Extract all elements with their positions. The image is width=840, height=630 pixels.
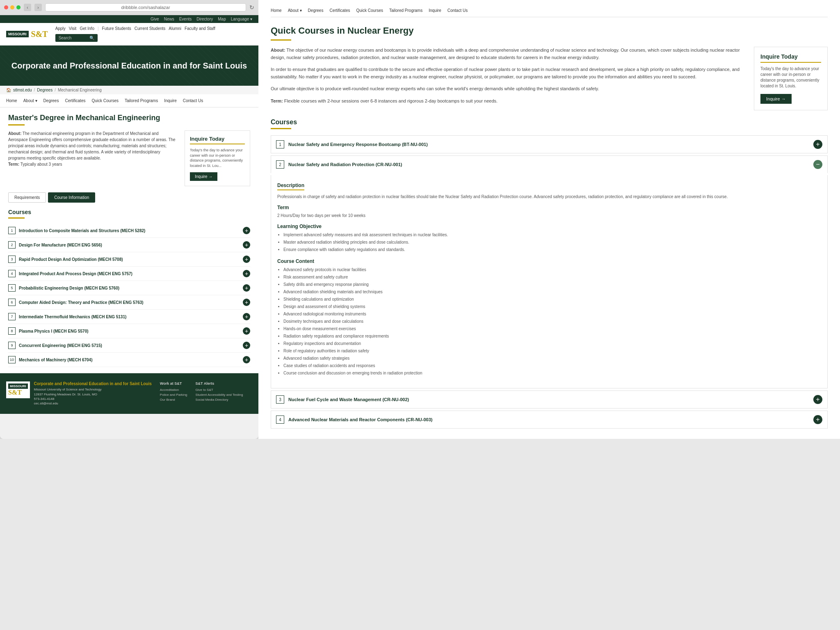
footer-accessibility-link[interactable]: Student Accessibility and Testing [196, 393, 243, 397]
course-expand-7[interactable]: + [243, 313, 250, 320]
breadcrumb-degrees[interactable]: Degrees [37, 88, 52, 92]
map-link[interactable]: Map [218, 17, 226, 21]
right-course-expand-3[interactable]: + [813, 395, 822, 404]
detail-learning-title: Learning Objective [277, 224, 821, 229]
course-expand-4[interactable]: + [243, 270, 250, 277]
right-course-expand-1[interactable]: + [813, 140, 822, 149]
subnav-about[interactable]: About ▾ [23, 98, 37, 103]
content-item: Design and assessment of shielding syste… [283, 303, 821, 310]
right-course-expand-2[interactable]: − [813, 160, 822, 169]
right-nav-home[interactable]: Home [271, 8, 282, 13]
content-item: Advanced safety protocols in nuclear fac… [283, 266, 821, 274]
subnav-degrees[interactable]: Degrees [43, 98, 59, 103]
detail-description-text: Professionals in charge of safety and ra… [277, 194, 821, 200]
right-course-num-1: 1 [276, 140, 284, 148]
nav-future-students[interactable]: Future Students [102, 26, 131, 31]
course-expand-9[interactable]: + [243, 342, 250, 349]
course-num-8: 8 [8, 327, 16, 335]
courses-underline [8, 217, 25, 219]
course-name-3: Rapid Product Design And Optimization (M… [19, 257, 243, 262]
right-course-item-3: 3 Nuclear Fuel Cycle and Waste Managemen… [271, 390, 828, 409]
content-item: Case studies of radiation accidents and … [283, 362, 821, 370]
footer-social-link[interactable]: Social Media Directory [196, 398, 243, 402]
reload-button[interactable]: ↻ [249, 4, 254, 11]
directory-link[interactable]: Directory [196, 17, 213, 21]
course-item: 1 Introduction to Composite Materials an… [8, 224, 250, 238]
course-expand-6[interactable]: + [243, 299, 250, 306]
subnav-quick-courses[interactable]: Quick Courses [91, 98, 119, 103]
right-nav-certificates[interactable]: Certificates [329, 8, 350, 13]
right-para3: Our ultimate objective is to produce wel… [271, 85, 746, 93]
minimize-dot[interactable] [10, 5, 14, 9]
language-link[interactable]: Language ▾ [231, 17, 252, 21]
back-button[interactable]: ‹ [24, 4, 31, 11]
nav-getinfo[interactable]: Get Info [80, 26, 94, 31]
right-course-num-3: 3 [276, 395, 284, 404]
nav-visit[interactable]: Visit [69, 26, 77, 31]
tab-course-information[interactable]: Course Information [48, 192, 95, 203]
address-bar[interactable]: dribbble.com/sashalazar [45, 3, 246, 11]
footer-accreditation-link[interactable]: Accreditation [160, 388, 187, 392]
subnav-certificates[interactable]: Certificates [65, 98, 85, 103]
logo-missouri: MISSOURI [6, 31, 29, 38]
content-main: About: The mechanical engineering progra… [8, 130, 178, 186]
subnav-contact[interactable]: Contact Us [183, 98, 203, 103]
footer-col-2: S&T Alerts Give to S&T Student Accessibi… [196, 381, 243, 406]
events-link[interactable]: Events [179, 17, 192, 21]
right-nav-degrees[interactable]: Degrees [308, 8, 324, 13]
utility-bar: Give News Events Directory Map Language … [0, 15, 258, 23]
give-link[interactable]: Give [151, 17, 159, 21]
close-dot[interactable] [4, 5, 8, 9]
course-item: 2 Design For Manufacture (MECH ENG 5656)… [8, 238, 250, 252]
breadcrumb-sep1: / [34, 88, 35, 92]
course-expand-2[interactable]: + [243, 241, 250, 249]
footer-phone: 573-341-4148 [34, 397, 152, 401]
news-link[interactable]: News [164, 17, 174, 21]
right-nav-about[interactable]: About ▾ [288, 8, 302, 13]
detail-term-text: 2 Hours/Day for two days per week for 10… [277, 212, 821, 219]
tabs-container: Requirements Course Information [8, 192, 250, 203]
maximize-dot[interactable] [16, 5, 21, 9]
course-expand-3[interactable]: + [243, 256, 250, 263]
right-course-name-2: Nuclear Safety and Radiation Protection … [288, 162, 813, 167]
right-course-expand-4[interactable]: + [813, 415, 822, 424]
logo-area: MISSOURI S&T [6, 30, 48, 39]
course-expand-10[interactable]: + [243, 356, 250, 363]
nav-faculty-staff[interactable]: Faculty and Staff [185, 26, 215, 31]
nav-current-students[interactable]: Current Students [135, 26, 166, 31]
search-input[interactable] [59, 36, 87, 40]
search-box[interactable]: 🔍 [55, 34, 98, 42]
course-expand-5[interactable]: + [243, 284, 250, 292]
breadcrumb-home[interactable]: stlmst.edu [13, 88, 32, 92]
course-num-9: 9 [8, 342, 16, 349]
content-item: Advanced radiological monitoring instrum… [283, 310, 821, 318]
subnav-home[interactable]: Home [6, 98, 17, 103]
right-nav-tailored[interactable]: Tailored Programs [389, 8, 422, 13]
page-title: Master's Degree in Mechanical Engineerin… [8, 114, 250, 122]
right-nav-quick-courses[interactable]: Quick Courses [356, 8, 383, 13]
footer-brand-link[interactable]: Our Brand [160, 398, 187, 402]
footer-police-link[interactable]: Police and Parking [160, 393, 187, 397]
term-label: Term: [8, 162, 19, 167]
right-nav-inquire[interactable]: Inquire [429, 8, 441, 13]
content-item: Regulatory inspections and documentation [283, 340, 821, 347]
footer-give-link[interactable]: Give to S&T [196, 388, 243, 392]
inquire-button[interactable]: Inquire → [190, 172, 217, 181]
course-expand-1[interactable]: + [243, 227, 250, 234]
inquire-box: Inquire Today Today's the day to advance… [185, 130, 250, 186]
course-expand-8[interactable]: + [243, 327, 250, 335]
course-num-7: 7 [8, 313, 16, 320]
tab-requirements[interactable]: Requirements [8, 192, 46, 203]
forward-button[interactable]: › [34, 4, 42, 11]
nav-alumni[interactable]: Alumni [169, 26, 181, 31]
subnav-tailored[interactable]: Tailored Programs [125, 98, 158, 103]
course-detail-2: Description Professionals in charge of s… [271, 175, 828, 388]
subnav-inquire[interactable]: Inquire [164, 98, 177, 103]
nav-apply[interactable]: Apply [55, 26, 66, 31]
course-item: 9 Concurrent Engineering (MECH ENG 5715)… [8, 338, 250, 353]
sub-nav: Home About ▾ Degrees Certificates Quick … [0, 94, 258, 107]
right-nav-contact[interactable]: Contact Us [447, 8, 468, 13]
right-inquire-button[interactable]: Inquire → [760, 94, 792, 104]
right-course-name-3: Nuclear Fuel Cycle and Waste Management … [288, 397, 813, 402]
content-item: Risk assessment and safety culture [283, 274, 821, 281]
